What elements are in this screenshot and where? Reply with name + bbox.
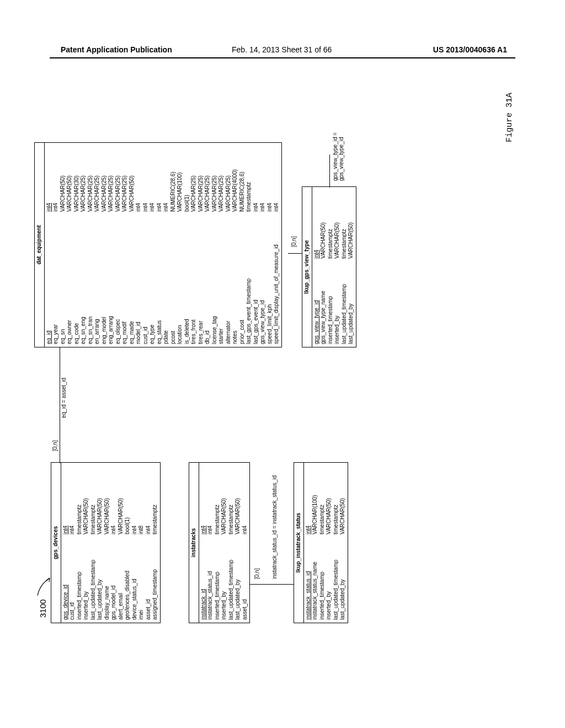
column-name: instatrack_status_id <box>207 540 214 620</box>
relation-line <box>249 584 294 585</box>
column-type: int8 <box>138 485 145 534</box>
column-name: last_updated_by <box>234 540 242 620</box>
table-title: lkup_gps_view_type <box>302 187 312 347</box>
column-type: VARCHAR(50) <box>60 162 67 212</box>
column-type: int4 <box>207 485 214 534</box>
column-name: eq_id <box>46 217 53 344</box>
column-type: NUMERIC(28,6) <box>239 162 246 212</box>
table-dat-equipment: dat_equipment eq_ideq_yeareq_sneq_ownere… <box>34 142 282 347</box>
table-title: dat_equipment <box>35 143 45 347</box>
column-type: timestamptz <box>341 209 348 259</box>
column-type: VARCHAR(50) <box>339 485 347 534</box>
table-title: lkup_instatrack_status <box>294 463 304 623</box>
column-type: timestamptz <box>327 209 334 259</box>
figure-caption: Figure 31A <box>505 93 514 142</box>
relation-line <box>60 347 60 463</box>
column-type: int4 <box>46 162 53 212</box>
column-name: pdate <box>163 217 170 344</box>
column-type: int4 <box>273 162 280 212</box>
relation-line <box>329 154 330 188</box>
column-name: eng_arrang <box>108 217 115 344</box>
column-type: VARCHAR(25) <box>198 162 205 212</box>
column-type: timestamptz <box>333 485 340 534</box>
table-title: gps_devices <box>51 463 61 623</box>
column-name: eq_modif <box>121 217 129 344</box>
table-gps-devices: gps_devices gps_device_idcust_idinserted… <box>51 462 161 623</box>
column-name: license_tag <box>211 217 218 344</box>
column-name: eq_sn_tran <box>87 217 94 344</box>
column-type: bool(1) <box>124 485 131 534</box>
column-name: instatrack_status_name <box>312 540 319 620</box>
column-name: gps_device_id <box>62 540 70 620</box>
column-name: geofences_disabled <box>124 540 131 620</box>
column-type: VARCHAR(50) <box>221 485 228 534</box>
column-type: VARCHAR(25) <box>87 162 94 212</box>
table-lkup-gps-view-type: lkup_gps_view_type gps_view_type_idgps_v… <box>302 186 356 347</box>
table-lkup-instatrack-status: lkup_instatrack_status instatrack_status… <box>294 462 348 623</box>
column-type: int4 <box>145 485 152 534</box>
header-center: Feb. 14, 2013 Sheet 31 of 66 <box>232 45 332 54</box>
column-name: gps_model_id <box>110 540 118 620</box>
table-title: instatracks <box>189 463 199 623</box>
column-type: VARCHAR(4000) <box>232 162 239 212</box>
column-type: int4 <box>253 162 260 212</box>
column-name: assigned_timestamp <box>152 540 159 620</box>
column-name: pcost <box>170 217 177 344</box>
column-type: VARCHAR(25) <box>190 162 198 212</box>
column-name: display_name <box>104 540 111 620</box>
column-type: VARCHAR(25) <box>108 162 115 212</box>
column-name: last_updated_by <box>339 540 347 620</box>
column-name: last_updated_timestamp <box>228 540 235 620</box>
column-name: gps_view_type_id <box>259 217 266 344</box>
reference-number: 3100 <box>35 572 52 618</box>
column-type: VARCHAR(50) <box>104 485 111 534</box>
column-type: VARCHAR(25) <box>80 162 87 212</box>
column-type: VARCHAR(25) <box>121 162 129 212</box>
column-name: asset_id <box>145 540 152 620</box>
column-type: VARCHAR(25) <box>115 162 122 212</box>
reference-number-text: 3100 <box>38 599 47 618</box>
column-type: VARCHAR(50) <box>320 209 327 259</box>
column-name: instatrack_id <box>200 540 207 620</box>
relation-cardinality: [0,n] <box>291 235 297 248</box>
column-type: NUMERIC(28,6) <box>170 162 177 212</box>
header-right: US 2013/0040636 A1 <box>433 45 507 54</box>
column-type: timestamptz <box>90 485 97 534</box>
column-name: inserted_by <box>83 540 90 620</box>
column-name: alternator <box>225 217 232 344</box>
column-type: timestamptz <box>246 162 253 212</box>
relation-join: instatrack_status_id = instatrack_status… <box>271 474 278 580</box>
column-name: starter <box>218 217 225 344</box>
column-name: eq_year <box>52 217 60 344</box>
column-name: gps_view_type_name <box>320 264 327 344</box>
column-name: model_id <box>135 217 142 344</box>
column-type: int4 <box>163 162 170 212</box>
column-name: eq_status <box>156 217 163 344</box>
column-type: VARCHAR(25) <box>204 162 211 212</box>
column-name: speed_limit_display_unit_of_measure_id <box>273 217 280 344</box>
column-name: imei <box>138 540 145 620</box>
column-type: int4 <box>305 485 312 534</box>
column-type: VARCHAR(50) <box>348 209 355 259</box>
patent-page: Patent Application Publication Feb. 14, … <box>0 0 565 728</box>
column-name: last_updated_timestamp <box>341 264 348 344</box>
column-name: instatrack_status_id <box>305 540 312 620</box>
column-name: notes <box>232 217 239 344</box>
column-name: tires_rear <box>198 217 205 344</box>
column-type: int4 <box>62 485 70 534</box>
column-type: int4 <box>135 162 142 212</box>
column-type: VARCHAR(25) <box>218 162 225 212</box>
header-rule <box>50 57 515 58</box>
column-name: last_updated_timestamp <box>333 540 340 620</box>
column-name: last_gps_event_timestamp <box>246 217 253 344</box>
column-name: inserted_by <box>334 264 341 344</box>
column-type: timestamptz <box>228 485 235 534</box>
column-name: inserted_timestamp <box>214 540 221 620</box>
column-type: timestamptz <box>76 485 83 534</box>
column-type: VARCHAR(50) <box>234 485 242 534</box>
column-name: db_id <box>204 217 211 344</box>
column-type: timestamptz <box>152 485 159 534</box>
column-name: last_updated_by <box>97 540 104 620</box>
column-type: int4 <box>259 162 266 212</box>
column-type: int4 <box>142 162 150 212</box>
